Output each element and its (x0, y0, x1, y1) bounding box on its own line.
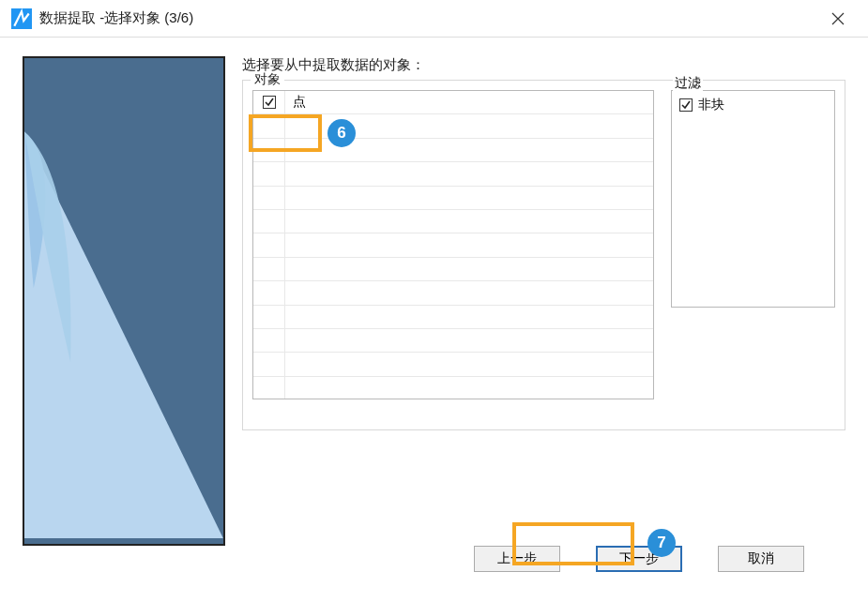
object-table-header: 对象 (287, 90, 317, 93)
cancel-button-label: 取消 (748, 550, 774, 567)
prev-button[interactable]: 上一步 (474, 546, 560, 572)
titlebar: 数据提取 -选择对象 (3/6) (0, 0, 868, 38)
checkbox-icon[interactable] (263, 96, 276, 109)
row-label: 点 (285, 94, 306, 111)
table-row[interactable] (253, 139, 653, 162)
table-row[interactable] (253, 281, 653, 305)
object-table-wrap: 6 对象 点 (252, 90, 654, 420)
table-row[interactable] (253, 233, 653, 257)
cancel-button[interactable]: 取消 (718, 546, 804, 572)
filter-listbox[interactable]: 非块 (671, 90, 835, 308)
filter-item-label: 非块 (698, 97, 724, 113)
objects-groupbox: 对象 6 对象 (242, 80, 845, 430)
app-icon (11, 8, 32, 29)
prev-button-label: 上一步 (497, 550, 537, 567)
preview-panel (23, 56, 225, 546)
page-fold-icon (24, 58, 223, 538)
filter-item[interactable]: 非块 (679, 97, 827, 113)
objects-legend: 对象 (251, 71, 284, 88)
table-row[interactable] (253, 329, 653, 353)
row-checkbox-cell[interactable] (253, 91, 285, 113)
table-row[interactable] (253, 187, 653, 210)
main-panel: 选择要从中提取数据的对象： 对象 6 对象 (242, 56, 845, 525)
table-row[interactable]: 点 (253, 91, 653, 114)
step-badge-7: 7 (647, 529, 676, 557)
table-row[interactable] (253, 114, 653, 138)
checkbox-icon[interactable] (679, 98, 693, 112)
table-row[interactable] (253, 162, 653, 186)
window-title: 数据提取 -选择对象 (3/6) (39, 9, 819, 27)
filter-group: 过滤 非块 (671, 90, 835, 420)
object-table[interactable]: 对象 点 (252, 90, 654, 399)
close-button[interactable] (819, 0, 857, 38)
table-row[interactable] (253, 306, 653, 329)
table-row[interactable] (253, 353, 653, 376)
filter-legend: 过滤 (673, 75, 703, 92)
step-badge-6: 6 (327, 119, 356, 147)
table-row[interactable] (253, 210, 653, 233)
instruction-text: 选择要从中提取数据的对象： (242, 56, 845, 74)
table-row[interactable] (253, 258, 653, 281)
table-row[interactable] (253, 377, 653, 399)
dialog-content: 选择要从中提取数据的对象： 对象 6 对象 (0, 38, 868, 525)
